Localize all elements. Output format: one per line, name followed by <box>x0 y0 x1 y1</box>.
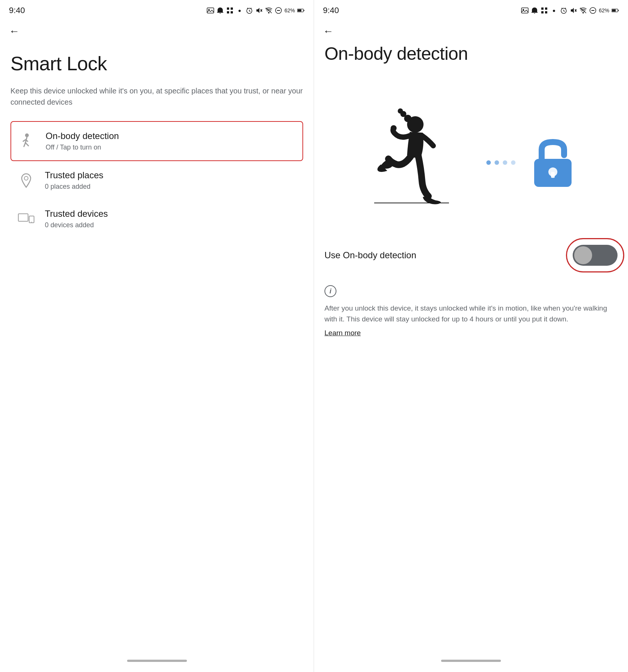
toggle-container <box>573 245 618 266</box>
page-title-left: Smart Lock <box>10 52 303 75</box>
battery-icon-left <box>297 7 305 14</box>
trusted-places-subtitle: 0 places added <box>45 183 297 191</box>
dots <box>486 160 515 165</box>
svg-line-24 <box>25 143 28 146</box>
on-body-icon <box>17 132 37 151</box>
back-button-left[interactable]: ← <box>9 25 19 37</box>
battery-text-right: 62% <box>599 7 609 13</box>
alarm-icon <box>246 7 253 14</box>
alert-icon-r <box>531 7 538 14</box>
left-screen: 9:40 ● 6 <box>0 0 314 672</box>
status-icons-right: ● 62% <box>521 7 619 14</box>
learn-more-link[interactable]: Learn more <box>324 329 361 337</box>
svg-point-14 <box>268 12 270 13</box>
battery-icon-right <box>612 7 619 14</box>
trusted-devices-text: Trusted devices 0 devices added <box>45 209 297 229</box>
home-bar-right <box>314 650 628 672</box>
svg-point-56 <box>398 108 403 114</box>
alert-icon <box>216 7 224 14</box>
svg-rect-4 <box>227 11 229 13</box>
home-indicator-right <box>441 660 501 662</box>
wifi-off-icon <box>265 7 273 14</box>
top-bar-right: ← <box>314 19 628 43</box>
trusted-places-text: Trusted places 0 places added <box>45 170 297 191</box>
trusted-devices-item[interactable]: Trusted devices 0 devices added <box>10 200 303 238</box>
toggle-section: Use On-body detection <box>314 237 628 273</box>
trusted-devices-title: Trusted devices <box>45 209 297 219</box>
svg-rect-36 <box>545 11 547 13</box>
dnd-icon-r <box>589 7 597 14</box>
time-left: 9:40 <box>9 6 25 15</box>
svg-point-45 <box>582 12 584 13</box>
svg-point-57 <box>391 125 397 131</box>
dot-icon-r: ● <box>550 7 558 14</box>
battery-text-left: 62% <box>284 7 295 13</box>
svg-rect-19 <box>304 10 304 11</box>
dnd-icon <box>275 7 282 14</box>
page-subtitle-left: Keep this device unlocked while it's on … <box>10 85 303 108</box>
status-bar-right: 9:40 ● 62% <box>314 0 628 19</box>
running-person-svg <box>367 107 471 219</box>
dot-3 <box>503 160 507 165</box>
svg-rect-50 <box>618 10 619 11</box>
trusted-places-item[interactable]: Trusted places 0 places added <box>10 161 303 200</box>
svg-point-27 <box>24 176 28 180</box>
lock-icon-svg <box>530 138 575 187</box>
info-section: i After you unlock this device, it stays… <box>314 279 628 343</box>
svg-rect-60 <box>551 172 555 178</box>
right-title-area: On-body detection <box>314 43 628 80</box>
grid-icon-r <box>541 7 548 14</box>
trusted-devices-icon <box>16 209 36 229</box>
svg-point-21 <box>25 133 29 137</box>
status-icons-left: ● 62% <box>207 7 305 14</box>
svg-rect-5 <box>231 11 233 13</box>
illustration <box>324 107 618 219</box>
dot-4 <box>511 160 515 165</box>
svg-marker-42 <box>571 8 574 13</box>
time-right: 9:40 <box>323 6 339 15</box>
left-content: Smart Lock Keep this device unlocked whi… <box>0 43 314 650</box>
svg-rect-20 <box>298 9 301 11</box>
dot-1 <box>486 160 491 165</box>
svg-rect-51 <box>612 9 616 11</box>
info-text: After you unlock this device, it stays u… <box>324 303 618 324</box>
svg-rect-2 <box>227 7 229 10</box>
grid-icon <box>226 7 234 14</box>
wifi-off-icon-r <box>579 7 587 14</box>
right-screen: 9:40 ● 62% <box>314 0 628 672</box>
trusted-places-title: Trusted places <box>45 170 297 181</box>
dot-icon: ● <box>236 7 243 14</box>
on-body-title: On-body detection <box>46 131 296 141</box>
svg-point-30 <box>31 222 32 222</box>
home-indicator-left <box>127 660 187 662</box>
mute-icon-r <box>570 7 577 14</box>
back-button-right[interactable]: ← <box>323 25 333 37</box>
status-bar-left: 9:40 ● 6 <box>0 0 314 19</box>
svg-rect-33 <box>541 7 544 10</box>
svg-rect-3 <box>231 7 233 10</box>
home-bar-left <box>0 650 314 672</box>
alarm-icon-r <box>560 7 567 14</box>
toggle-label: Use On-body detection <box>324 250 416 261</box>
svg-rect-28 <box>18 214 28 221</box>
top-bar-left: ← <box>0 19 314 43</box>
svg-rect-35 <box>541 11 544 13</box>
illustration-area <box>314 80 628 237</box>
trusted-devices-subtitle: 0 devices added <box>45 221 297 229</box>
on-body-detection-item[interactable]: On-body detection Off / Tap to turn on <box>10 121 303 161</box>
svg-marker-11 <box>256 8 259 13</box>
on-body-toggle[interactable] <box>573 245 618 266</box>
info-icon: i <box>324 285 336 297</box>
svg-rect-34 <box>545 7 547 10</box>
info-icon-row: i <box>324 285 618 297</box>
on-body-text: On-body detection Off / Tap to turn on <box>46 131 296 151</box>
mute-icon <box>255 7 263 14</box>
svg-rect-0 <box>207 8 214 13</box>
gallery-icon <box>207 7 214 14</box>
on-body-subtitle: Off / Tap to turn on <box>46 144 296 151</box>
page-title-right: On-body detection <box>324 43 618 64</box>
gallery-icon-r <box>521 7 529 14</box>
trusted-places-icon <box>16 171 36 190</box>
svg-rect-31 <box>521 8 528 13</box>
dot-2 <box>495 160 499 165</box>
